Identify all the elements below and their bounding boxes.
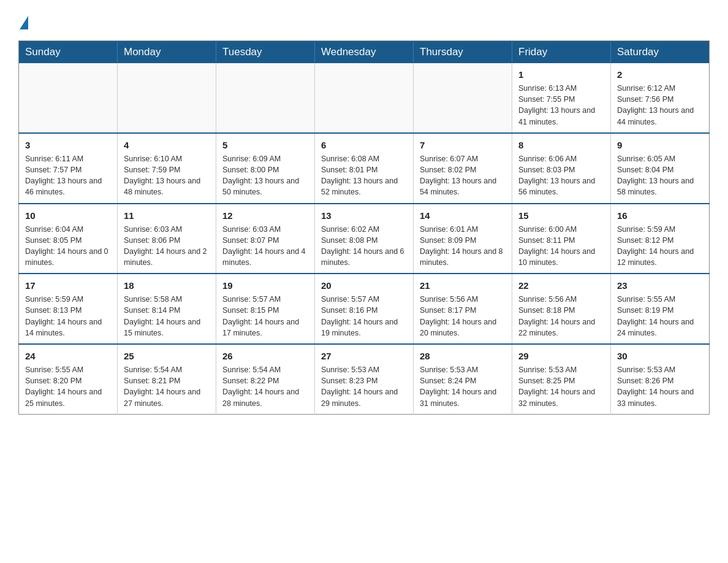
calendar-day-cell <box>216 63 315 133</box>
day-number: 18 <box>124 279 210 292</box>
calendar-week-row: 17Sunrise: 5:59 AMSunset: 8:13 PMDayligh… <box>19 274 710 344</box>
day-sun-info: Sunrise: 5:54 AMSunset: 8:22 PMDaylight:… <box>222 366 299 408</box>
day-number: 21 <box>420 279 506 292</box>
day-number: 28 <box>420 350 506 362</box>
logo <box>18 12 28 29</box>
calendar-day-cell: 23Sunrise: 5:55 AMSunset: 8:19 PMDayligh… <box>611 274 710 344</box>
day-number: 25 <box>124 350 210 362</box>
calendar-day-cell <box>118 63 216 133</box>
day-number: 10 <box>25 209 111 222</box>
calendar-day-cell: 9Sunrise: 6:05 AMSunset: 8:04 PMDaylight… <box>611 133 710 204</box>
day-sun-info: Sunrise: 6:06 AMSunset: 8:03 PMDaylight:… <box>518 155 595 197</box>
day-number: 11 <box>124 209 210 222</box>
calendar-day-cell: 1Sunrise: 6:13 AMSunset: 7:55 PMDaylight… <box>512 63 611 133</box>
calendar-header-friday: Friday <box>512 41 611 64</box>
day-sun-info: Sunrise: 5:53 AMSunset: 8:24 PMDaylight:… <box>420 366 496 408</box>
calendar-day-cell: 4Sunrise: 6:10 AMSunset: 7:59 PMDaylight… <box>118 133 216 204</box>
calendar-day-cell: 17Sunrise: 5:59 AMSunset: 8:13 PMDayligh… <box>19 274 118 344</box>
day-sun-info: Sunrise: 6:02 AMSunset: 8:08 PMDaylight:… <box>321 225 404 267</box>
day-number: 3 <box>25 139 111 151</box>
calendar-day-cell: 2Sunrise: 6:12 AMSunset: 7:56 PMDaylight… <box>611 63 710 133</box>
day-number: 4 <box>124 139 210 151</box>
calendar-day-cell: 5Sunrise: 6:09 AMSunset: 8:00 PMDaylight… <box>216 133 315 204</box>
day-number: 9 <box>617 139 703 151</box>
calendar-day-cell: 21Sunrise: 5:56 AMSunset: 8:17 PMDayligh… <box>414 274 512 344</box>
day-sun-info: Sunrise: 6:04 AMSunset: 8:05 PMDaylight:… <box>25 225 108 267</box>
calendar-day-cell: 15Sunrise: 6:00 AMSunset: 8:11 PMDayligh… <box>512 204 611 274</box>
day-number: 30 <box>617 350 703 362</box>
day-number: 22 <box>518 279 604 292</box>
calendar-header-row: SundayMondayTuesdayWednesdayThursdayFrid… <box>19 41 710 64</box>
day-sun-info: Sunrise: 6:10 AMSunset: 7:59 PMDaylight:… <box>124 155 200 197</box>
day-sun-info: Sunrise: 5:57 AMSunset: 8:15 PMDaylight:… <box>222 295 299 337</box>
day-number: 26 <box>222 350 308 362</box>
calendar-day-cell: 28Sunrise: 5:53 AMSunset: 8:24 PMDayligh… <box>414 344 512 414</box>
day-sun-info: Sunrise: 6:11 AMSunset: 7:57 PMDaylight:… <box>25 155 102 197</box>
calendar-day-cell: 24Sunrise: 5:55 AMSunset: 8:20 PMDayligh… <box>19 344 118 414</box>
day-number: 2 <box>617 68 703 81</box>
day-sun-info: Sunrise: 5:58 AMSunset: 8:14 PMDaylight:… <box>124 295 200 337</box>
calendar-table: SundayMondayTuesdayWednesdayThursdayFrid… <box>18 40 710 415</box>
day-number: 20 <box>321 279 407 292</box>
calendar-header-monday: Monday <box>118 41 216 64</box>
calendar-day-cell: 6Sunrise: 6:08 AMSunset: 8:01 PMDaylight… <box>315 133 414 204</box>
calendar-day-cell: 11Sunrise: 6:03 AMSunset: 8:06 PMDayligh… <box>118 204 216 274</box>
calendar-week-row: 10Sunrise: 6:04 AMSunset: 8:05 PMDayligh… <box>19 204 710 274</box>
day-sun-info: Sunrise: 6:12 AMSunset: 7:56 PMDaylight:… <box>617 84 694 126</box>
day-sun-info: Sunrise: 5:54 AMSunset: 8:21 PMDaylight:… <box>124 366 200 408</box>
page-header <box>18 12 710 29</box>
calendar-week-row: 24Sunrise: 5:55 AMSunset: 8:20 PMDayligh… <box>19 344 710 414</box>
day-sun-info: Sunrise: 6:07 AMSunset: 8:02 PMDaylight:… <box>420 155 496 197</box>
day-sun-info: Sunrise: 6:03 AMSunset: 8:06 PMDaylight:… <box>124 225 207 267</box>
calendar-day-cell: 29Sunrise: 5:53 AMSunset: 8:25 PMDayligh… <box>512 344 611 414</box>
day-sun-info: Sunrise: 5:55 AMSunset: 8:20 PMDaylight:… <box>25 366 102 408</box>
calendar-day-cell: 18Sunrise: 5:58 AMSunset: 8:14 PMDayligh… <box>118 274 216 344</box>
calendar-header-tuesday: Tuesday <box>216 41 315 64</box>
day-number: 23 <box>617 279 703 292</box>
day-sun-info: Sunrise: 6:00 AMSunset: 8:11 PMDaylight:… <box>518 225 595 267</box>
calendar-header-saturday: Saturday <box>611 41 710 64</box>
day-sun-info: Sunrise: 6:13 AMSunset: 7:55 PMDaylight:… <box>518 84 595 126</box>
day-sun-info: Sunrise: 5:57 AMSunset: 8:16 PMDaylight:… <box>321 295 398 337</box>
calendar-header-thursday: Thursday <box>414 41 512 64</box>
calendar-day-cell: 8Sunrise: 6:06 AMSunset: 8:03 PMDaylight… <box>512 133 611 204</box>
day-number: 17 <box>25 279 111 292</box>
day-sun-info: Sunrise: 6:03 AMSunset: 8:07 PMDaylight:… <box>222 225 306 267</box>
day-number: 8 <box>518 139 604 151</box>
calendar-day-cell: 19Sunrise: 5:57 AMSunset: 8:15 PMDayligh… <box>216 274 315 344</box>
day-number: 14 <box>420 209 506 222</box>
day-sun-info: Sunrise: 6:01 AMSunset: 8:09 PMDaylight:… <box>420 225 503 267</box>
day-sun-info: Sunrise: 5:55 AMSunset: 8:19 PMDaylight:… <box>617 295 694 337</box>
day-sun-info: Sunrise: 5:53 AMSunset: 8:23 PMDaylight:… <box>321 366 398 408</box>
calendar-day-cell: 26Sunrise: 5:54 AMSunset: 8:22 PMDayligh… <box>216 344 315 414</box>
day-sun-info: Sunrise: 5:59 AMSunset: 8:12 PMDaylight:… <box>617 225 694 267</box>
day-sun-info: Sunrise: 5:56 AMSunset: 8:17 PMDaylight:… <box>420 295 496 337</box>
day-sun-info: Sunrise: 6:08 AMSunset: 8:01 PMDaylight:… <box>321 155 398 197</box>
calendar-day-cell: 7Sunrise: 6:07 AMSunset: 8:02 PMDaylight… <box>414 133 512 204</box>
calendar-day-cell: 13Sunrise: 6:02 AMSunset: 8:08 PMDayligh… <box>315 204 414 274</box>
day-number: 15 <box>518 209 604 222</box>
calendar-day-cell: 16Sunrise: 5:59 AMSunset: 8:12 PMDayligh… <box>611 204 710 274</box>
day-sun-info: Sunrise: 5:59 AMSunset: 8:13 PMDaylight:… <box>25 295 102 337</box>
day-number: 1 <box>518 68 604 81</box>
day-number: 19 <box>222 279 308 292</box>
calendar-day-cell: 27Sunrise: 5:53 AMSunset: 8:23 PMDayligh… <box>315 344 414 414</box>
calendar-day-cell: 22Sunrise: 5:56 AMSunset: 8:18 PMDayligh… <box>512 274 611 344</box>
calendar-day-cell <box>315 63 414 133</box>
calendar-day-cell: 3Sunrise: 6:11 AMSunset: 7:57 PMDaylight… <box>19 133 118 204</box>
day-number: 13 <box>321 209 407 222</box>
calendar-day-cell: 20Sunrise: 5:57 AMSunset: 8:16 PMDayligh… <box>315 274 414 344</box>
calendar-week-row: 1Sunrise: 6:13 AMSunset: 7:55 PMDaylight… <box>19 63 710 133</box>
calendar-day-cell: 30Sunrise: 5:53 AMSunset: 8:26 PMDayligh… <box>611 344 710 414</box>
day-number: 29 <box>518 350 604 362</box>
logo-arrow-icon <box>20 16 28 29</box>
calendar-day-cell: 12Sunrise: 6:03 AMSunset: 8:07 PMDayligh… <box>216 204 315 274</box>
calendar-header-wednesday: Wednesday <box>315 41 414 64</box>
calendar-day-cell <box>414 63 512 133</box>
calendar-day-cell <box>19 63 118 133</box>
calendar-week-row: 3Sunrise: 6:11 AMSunset: 7:57 PMDaylight… <box>19 133 710 204</box>
day-sun-info: Sunrise: 6:05 AMSunset: 8:04 PMDaylight:… <box>617 155 694 197</box>
calendar-day-cell: 14Sunrise: 6:01 AMSunset: 8:09 PMDayligh… <box>414 204 512 274</box>
calendar-day-cell: 25Sunrise: 5:54 AMSunset: 8:21 PMDayligh… <box>118 344 216 414</box>
day-number: 27 <box>321 350 407 362</box>
